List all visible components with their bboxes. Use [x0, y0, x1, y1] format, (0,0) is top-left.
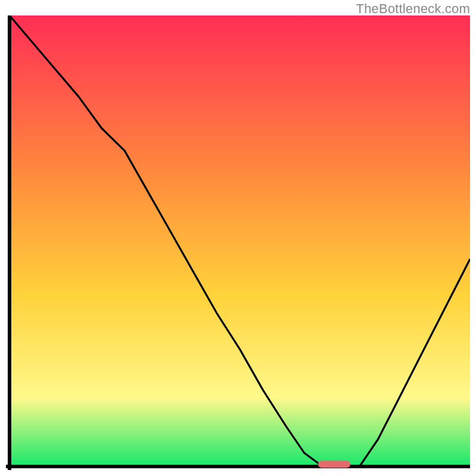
gradient-background	[10, 15, 470, 465]
chart-frame: TheBottleneck.com	[0, 0, 476, 476]
optimum-marker	[318, 461, 350, 468]
watermark-text: TheBottleneck.com	[356, 1, 470, 17]
plot-svg	[6, 15, 470, 470]
bottleneck-plot	[6, 15, 470, 470]
